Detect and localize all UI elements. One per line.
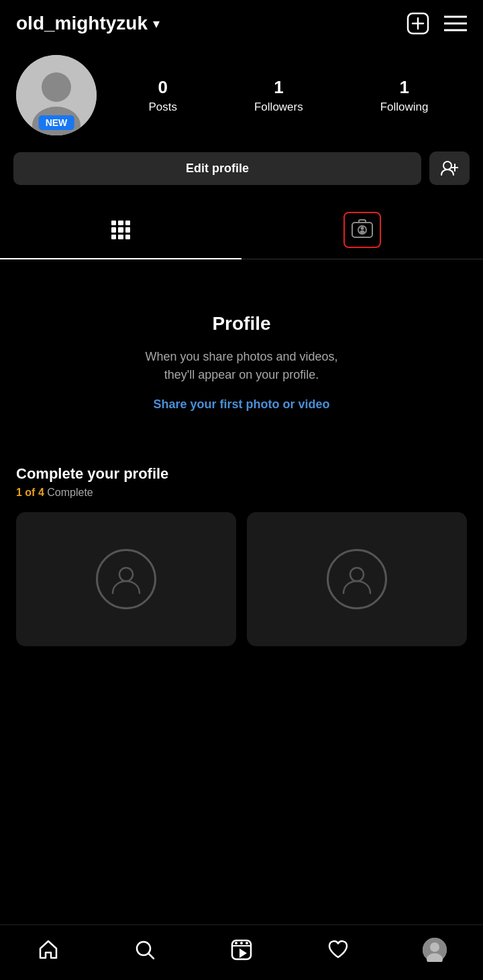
progress-rest: Complete xyxy=(44,487,93,498)
followers-count: 1 xyxy=(274,77,283,98)
empty-state-title: Profile xyxy=(212,313,270,334)
avatar-container[interactable]: NEW xyxy=(16,55,97,135)
action-buttons: Edit profile xyxy=(0,142,483,194)
bottom-nav xyxy=(0,924,483,980)
tab-tagged-highlight xyxy=(343,212,381,248)
share-first-photo-link[interactable]: Share your first photo or video xyxy=(153,397,329,412)
empty-state-description: When you share photos and videos,they'll… xyxy=(145,348,337,384)
tabs xyxy=(0,201,483,259)
complete-profile-title: Complete your profile xyxy=(16,465,467,483)
heart-icon xyxy=(327,939,349,961)
reels-icon xyxy=(231,939,252,961)
following-label: Following xyxy=(380,101,429,114)
edit-profile-button[interactable]: Edit profile xyxy=(13,152,421,185)
new-post-icon[interactable] xyxy=(407,12,429,35)
stat-following[interactable]: 1 Following xyxy=(380,77,429,114)
svg-point-17 xyxy=(350,568,364,581)
svg-point-24 xyxy=(246,942,248,944)
nav-home[interactable] xyxy=(28,933,68,967)
grid-icon xyxy=(111,221,130,239)
tab-grid[interactable] xyxy=(0,201,241,259)
header: old_mightyzuk ▾ xyxy=(0,0,483,42)
svg-line-19 xyxy=(149,954,154,959)
chevron-down-icon[interactable]: ▾ xyxy=(153,15,160,32)
profile-section: NEW 0 Posts 1 Followers 1 Following xyxy=(0,42,483,142)
username-label[interactable]: old_mightyzuk xyxy=(16,13,148,34)
tab-tagged[interactable] xyxy=(241,201,483,259)
new-badge: NEW xyxy=(39,115,74,130)
home-icon xyxy=(38,939,59,961)
svg-point-16 xyxy=(119,568,133,581)
progress-colored: 1 of 4 xyxy=(16,487,44,498)
complete-cards xyxy=(16,512,467,646)
nav-search[interactable] xyxy=(125,933,165,967)
svg-point-27 xyxy=(430,942,439,952)
complete-profile-progress: 1 of 4 Complete xyxy=(16,487,467,499)
nav-profile[interactable] xyxy=(415,933,455,967)
complete-card-1[interactable] xyxy=(16,512,236,646)
header-left: old_mightyzuk ▾ xyxy=(16,13,160,34)
stats-container: 0 Posts 1 Followers 1 Following xyxy=(110,77,467,114)
stat-posts[interactable]: 0 Posts xyxy=(148,77,177,114)
menu-icon[interactable] xyxy=(444,15,467,32)
posts-count: 0 xyxy=(158,77,168,98)
followers-label: Followers xyxy=(254,101,303,114)
complete-profile-section: Complete your profile 1 of 4 Complete xyxy=(0,452,483,660)
svg-point-7 xyxy=(42,72,71,102)
card-2-icon xyxy=(327,549,387,609)
svg-point-23 xyxy=(240,942,243,944)
nav-activity[interactable] xyxy=(318,933,358,967)
nav-reels[interactable] xyxy=(221,933,262,967)
stat-followers[interactable]: 1 Followers xyxy=(254,77,303,114)
complete-card-2[interactable] xyxy=(247,512,467,646)
svg-point-15 xyxy=(360,231,365,234)
following-count: 1 xyxy=(399,77,409,98)
card-1-icon xyxy=(96,549,156,609)
header-right xyxy=(407,12,467,35)
svg-point-9 xyxy=(443,162,451,170)
profile-avatar-nav xyxy=(423,938,447,962)
posts-label: Posts xyxy=(148,101,177,114)
svg-marker-25 xyxy=(239,948,247,958)
profile-empty-state: Profile When you share photos and videos… xyxy=(0,259,483,452)
svg-point-22 xyxy=(235,942,237,944)
search-icon xyxy=(134,939,156,961)
svg-point-14 xyxy=(361,227,364,230)
add-person-button[interactable] xyxy=(429,151,470,185)
tagged-camera-icon xyxy=(352,219,373,239)
